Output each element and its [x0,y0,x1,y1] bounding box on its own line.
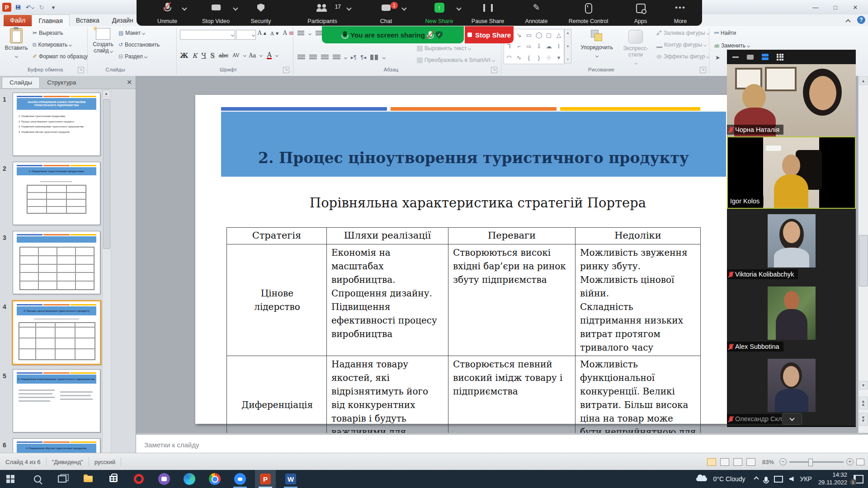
shape-rounded-rect-icon[interactable]: ▢ [544,30,553,41]
cut-button[interactable]: ✂Вырезать [33,30,63,36]
file-explorer-button[interactable] [78,470,99,488]
collapse-ribbon-icon[interactable] [846,17,850,25]
weather-cloud-icon[interactable] [696,477,707,481]
window-maximize-button[interactable]: □ [826,2,845,13]
more-button[interactable]: ••• More [665,3,696,24]
remote-control-button[interactable]: Remote Control [562,3,614,24]
layout-button[interactable]: ▤Макет [118,30,145,36]
tray-microphone-icon[interactable] [764,477,768,482]
paragraph-mark-icon[interactable]: ¶◂ [360,54,366,61]
find-button[interactable]: ⚯Найти [714,30,736,36]
notification-center-button[interactable]: 1 [854,475,863,483]
banner-security-shield-icon[interactable]: ✓ [436,31,443,39]
thumbnails-scroll-thumb[interactable] [103,99,110,249]
tab-insert[interactable]: Вставка [70,15,106,26]
tab-design[interactable]: Дизайн [106,15,140,26]
shapes-gallery-expand-icon[interactable]: ▿ [567,57,569,61]
opera-button[interactable] [128,470,149,488]
font-color-button[interactable]: А [267,52,272,59]
shadow-button[interactable]: S [210,52,215,59]
slide-thumbnail-4-selected[interactable]: 2. Процес ціноутворення туристичного про… [12,300,101,365]
word-taskbar-button[interactable]: W [280,470,301,488]
scroll-participants-down-button[interactable] [782,413,802,425]
tray-speaker-icon[interactable] [789,477,794,482]
shape-brace-right-icon[interactable]: } [534,52,543,63]
pause-share-button[interactable]: Pause Share [467,3,508,24]
replace-button[interactable]: abЗаменить [714,42,750,49]
slide-thumbnail-5[interactable]: 3. Управління комунікаціями туристичного… [13,369,100,432]
tray-display-icon[interactable] [774,476,783,483]
slide-thumbnail-2[interactable]: 1. Управління туристичними продуктами. [13,162,100,225]
microsoft-store-button[interactable] [103,470,124,488]
save-icon[interactable]: 💾︎ [13,2,23,12]
select-cursor-icon[interactable]: ➤ [715,54,720,61]
clear-formatting-icon[interactable]: A [283,30,293,36]
slide-title-banner[interactable]: 2. Процес ціноутворення туристичного про… [221,112,726,177]
shape-elbow-arrow-icon[interactable]: ⌐ [514,41,524,52]
underline-button[interactable]: Ч [201,52,206,59]
justify-icon[interactable] [333,55,340,60]
document-scrollbar[interactable]: ▲ ▼ ▲▲ ▼▼ [858,76,868,433]
zoom-slider[interactable] [789,461,844,463]
window-minimize-button[interactable]: — [806,2,826,13]
align-right-icon[interactable] [321,55,329,60]
italic-button[interactable]: К [192,52,197,59]
apps-button[interactable]: Apps [625,3,656,24]
video-tile[interactable]: Alex Subbotina [727,281,856,353]
slide-thumbnail-6[interactable]: 4. Управління збутом туристичних продукт… [13,438,100,454]
redo-icon[interactable]: ↻ [37,2,47,12]
align-text-button[interactable]: Выровнять текст [417,45,471,52]
slideshow-view-icon[interactable] [746,458,755,466]
shape-right-arrow-icon[interactable]: ⇨ [524,41,533,52]
video-tile[interactable]: Чорна Наталія [727,64,856,136]
smartart-button[interactable]: Преобразовать в SmartArt [417,57,495,63]
reading-view-icon[interactable] [733,458,742,466]
normal-view-icon[interactable] [707,458,716,466]
strip-view-icon[interactable] [762,54,769,60]
shape-arc-icon[interactable]: ◠ [505,52,514,63]
hidden-icons-chevron-icon[interactable] [754,476,759,481]
copy-button[interactable]: ⧉Копировать [33,42,71,48]
new-share-button[interactable]: ↑ New Share [418,3,461,24]
keyboard-language[interactable]: УКР [800,475,812,483]
shape-curve-icon[interactable]: ∿ [514,52,524,63]
fit-to-window-icon[interactable] [856,459,864,465]
unmute-button[interactable]: Unmute [149,3,185,24]
status-theme[interactable]: "Дивиденд" [47,457,89,466]
slide-thumbnail-1[interactable]: АНАЛІЗ УПРАВЛІННЯ БІЗНЕС-ПОРТФЕЛЕМ ТУРИС… [13,93,100,156]
columns-icon[interactable] [370,55,379,60]
thumbnails-scroll-up-icon[interactable]: ▲ [103,90,110,97]
shapes-scroll-down-icon[interactable]: ▾ [567,44,569,48]
font-size-combobox[interactable] [236,30,256,40]
chrome-button[interactable] [204,470,225,488]
scroll-down-icon[interactable]: ▼ [859,381,868,389]
shape-down-arrow-icon[interactable]: ⇩ [534,41,543,52]
video-tile[interactable]: Олександр Склярук [727,353,856,426]
shape-outline-button[interactable]: Контур фигуры [656,42,706,48]
video-tile[interactable]: Viktoria Kolibabchyk [727,209,856,281]
notes-pane[interactable]: Заметки к слайду [136,433,868,455]
next-slide-icon[interactable]: ▼▼ [859,413,868,426]
security-button[interactable]: Security [243,3,279,24]
shape-scribble-icon[interactable]: ⌇ [554,41,563,52]
stop-video-button[interactable]: Stop Video [194,3,237,24]
help-icon[interactable]: ? [857,16,865,24]
shape-star-icon[interactable]: ☆ [544,52,553,63]
gallery-view-icon[interactable] [777,54,783,61]
paragraph-dialog-launcher-icon[interactable]: ↘ [491,67,497,73]
tab-file[interactable]: Файл [4,15,32,26]
zoom-in-icon[interactable]: + [846,458,854,465]
shrink-font-icon[interactable]: A▼ [270,31,278,37]
zoom-slider-thumb[interactable] [808,459,813,466]
qat-customize-icon[interactable]: ▾ [48,2,58,12]
slide-sorter-view-icon[interactable] [720,458,729,466]
shape-brace-left-icon[interactable]: { [524,52,533,63]
taskbar-search-button[interactable] [27,470,48,488]
change-case-button[interactable]: Aa [249,52,256,59]
quick-styles-button[interactable]: Экспресс-стили [617,30,655,66]
speaker-view-icon[interactable] [747,55,754,60]
tab-home[interactable]: Главная [32,14,69,26]
drawing-dialog-launcher-icon[interactable]: ↘ [700,67,706,73]
tab-outline[interactable]: Структура [40,77,83,88]
tab-slides-thumbnails[interactable]: Слайды [2,77,40,88]
